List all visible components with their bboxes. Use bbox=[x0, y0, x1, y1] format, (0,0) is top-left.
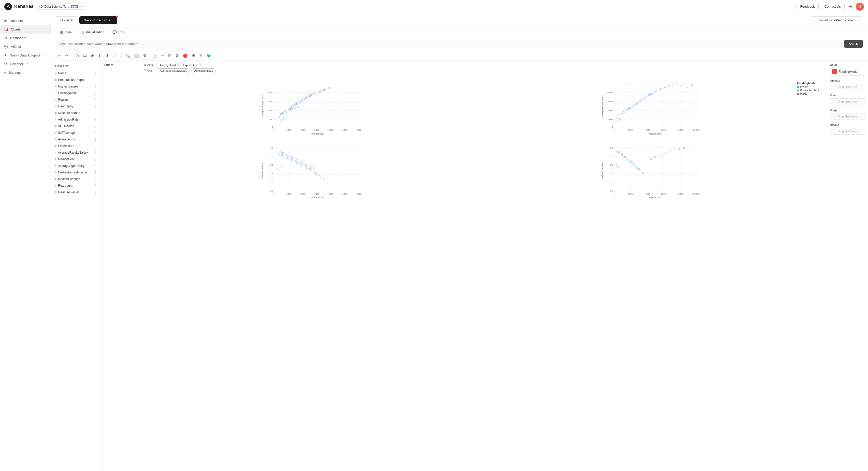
tab-chat[interactable]: 💬 Chat bbox=[108, 28, 129, 37]
field-item[interactable]: #Measure values⋮ bbox=[51, 189, 101, 195]
kanaries-icon-button[interactable]: 🐦 bbox=[205, 53, 213, 59]
field-more-icon[interactable]: ⋮ bbox=[94, 78, 97, 82]
tab-visualization[interactable]: 📊 Visualization bbox=[76, 28, 108, 37]
field-more-icon[interactable]: ⋮ bbox=[94, 124, 97, 128]
x-axis-field-2[interactable]: Expenditure bbox=[180, 63, 201, 67]
field-item[interactable]: ≡Region⋮ bbox=[51, 96, 101, 103]
field-item[interactable]: ≡Measure names⋮ bbox=[51, 109, 101, 116]
svg-point-157 bbox=[298, 160, 299, 162]
color-label: Color bbox=[830, 63, 865, 66]
tab-data[interactable]: ▦ Data bbox=[56, 28, 76, 37]
size-drop-zone[interactable]: Drop Field Here bbox=[830, 98, 865, 105]
field-more-icon[interactable]: ⋮ bbox=[94, 151, 97, 155]
draw-triangle-button[interactable]: △ bbox=[152, 53, 158, 59]
field-item[interactable]: #MedianEarnings⋮ bbox=[51, 176, 101, 182]
field-item[interactable]: #AdmissionRate⋮ bbox=[51, 116, 101, 123]
svg-text:Expenditure: Expenditure bbox=[649, 132, 661, 135]
sidebar-label-devloper: Devloper bbox=[10, 62, 23, 66]
sort-desc-button[interactable]: ⬇ bbox=[104, 53, 111, 59]
sidebar-item-devloper[interactable]: ⚙ Devloper ↗ bbox=[0, 60, 51, 68]
opacity-drop-zone[interactable]: Drop Field Here bbox=[830, 84, 865, 90]
main-layout: ⊞ Datasets 📊 Charts 🗂 Dashboard 💬 AIChat… bbox=[0, 13, 868, 471]
field-more-icon[interactable]: ⋮ bbox=[94, 131, 97, 135]
pencil-button[interactable]: ✏ bbox=[159, 53, 165, 59]
sidebar-item-charts[interactable]: 📊 Charts bbox=[0, 25, 51, 34]
save-chart-button[interactable]: Save Current Chart bbox=[80, 16, 117, 24]
field-item[interactable]: #ACTMedian⋮ bbox=[51, 123, 101, 129]
feedback-button[interactable]: Feedback bbox=[797, 3, 819, 10]
svg-text:0.2: 0.2 bbox=[270, 181, 273, 183]
ask-button[interactable]: Ask ▶ bbox=[844, 40, 863, 48]
join-dataset-button[interactable]: Join with another dataset (β) bbox=[812, 16, 863, 24]
y-axis-field-2[interactable]: AdmissionRate bbox=[191, 68, 216, 73]
pen-button[interactable]: ✎ bbox=[198, 53, 204, 59]
field-item[interactable]: ≡HighestDegree⋮ bbox=[51, 83, 101, 90]
sidebar-item-settings[interactable]: ≡ Settings bbox=[0, 68, 51, 77]
add-button[interactable]: ⊕ bbox=[89, 53, 96, 59]
settings-button[interactable]: ⚙ bbox=[142, 53, 148, 59]
wrench-button[interactable]: ⚙ bbox=[190, 53, 197, 59]
field-more-icon[interactable]: ⋮ bbox=[94, 144, 97, 148]
field-more-icon[interactable]: ⋮ bbox=[94, 137, 97, 142]
chart-bottom-right: 0.0 0.2 0.4 0.6 0.8 1.0 0 20,000 40,000 bbox=[485, 143, 822, 204]
field-item[interactable]: #AverageCost⋮ bbox=[51, 136, 101, 143]
field-item[interactable]: #Row count⋮ bbox=[51, 182, 101, 189]
field-more-icon[interactable]: ⋮ bbox=[94, 157, 97, 161]
undo-button[interactable]: ↩ bbox=[56, 53, 62, 59]
field-more-icon[interactable]: ⋮ bbox=[94, 104, 97, 108]
field-more-icon[interactable]: ⋮ bbox=[94, 170, 97, 175]
field-more-icon[interactable]: ⋮ bbox=[94, 85, 97, 89]
svg-text:0.8: 0.8 bbox=[270, 155, 273, 157]
svg-point-104 bbox=[660, 88, 662, 90]
field-item[interactable]: ≡FundingModel⋮ bbox=[51, 90, 101, 96]
details-drop-zone[interactable]: Drop Field Here bbox=[830, 128, 865, 134]
brush-button[interactable]: 🔴 bbox=[181, 53, 189, 59]
svg-point-159 bbox=[300, 161, 302, 163]
field-item[interactable]: ≡Name⋮ bbox=[51, 70, 101, 76]
field-item[interactable]: #Expenditure⋮ bbox=[51, 143, 101, 149]
x-axis-row: X-Axis AverageCost Expenditure bbox=[144, 63, 823, 67]
workspace-selector[interactable]: KDI Data Science Te... Pro ▼ bbox=[36, 4, 85, 10]
grid-button[interactable]: ⊞ bbox=[167, 53, 173, 59]
field-item[interactable]: #MedianDebt⋮ bbox=[51, 156, 101, 162]
config-button[interactable]: ⚙ bbox=[174, 53, 180, 59]
field-more-icon[interactable]: ⋮ bbox=[94, 111, 97, 115]
mark-button[interactable]: 🏷 bbox=[82, 53, 88, 59]
pro-badge: Pro bbox=[71, 5, 79, 8]
sort-asc-button[interactable]: ⬆ bbox=[97, 53, 103, 59]
field-more-icon[interactable]: ⋮ bbox=[94, 91, 97, 95]
field-item[interactable]: #MedianFamilyIncome⋮ bbox=[51, 169, 101, 176]
field-more-icon[interactable]: ⋮ bbox=[94, 177, 97, 181]
user-avatar[interactable]: U bbox=[856, 3, 864, 11]
theme-toggle-button[interactable]: ☀ bbox=[847, 2, 854, 11]
sidebar-item-aichat[interactable]: 💬 AIChat bbox=[0, 42, 51, 51]
shape-drop-zone[interactable]: Drop Field Here bbox=[830, 113, 865, 120]
contact-us-button[interactable]: Contact Us bbox=[821, 3, 845, 10]
svg-text:10,000: 10,000 bbox=[267, 109, 273, 112]
chart-type-button[interactable]: ⬡ bbox=[74, 53, 81, 59]
export-button[interactable]: 📄 bbox=[112, 53, 119, 59]
svg-point-82 bbox=[616, 117, 617, 119]
field-more-icon[interactable]: ⋮ bbox=[94, 98, 97, 102]
field-item[interactable]: #AverageFacultySalary⋮ bbox=[51, 149, 101, 156]
zoom-in-button[interactable]: 🔍 bbox=[124, 53, 131, 59]
go-back-button[interactable]: Go Back bbox=[56, 16, 78, 24]
redo-button[interactable]: ↪ bbox=[63, 53, 70, 59]
x-axis-field-1[interactable]: AverageCost bbox=[157, 63, 179, 67]
field-more-icon[interactable]: ⋮ bbox=[94, 190, 97, 194]
field-more-icon[interactable]: ⋮ bbox=[94, 184, 97, 188]
field-item[interactable]: #SATAverage⋮ bbox=[51, 129, 101, 136]
field-item[interactable]: #AverageAgeofEntry⋮ bbox=[51, 162, 101, 169]
field-item[interactable]: ≡PredominantDegree⋮ bbox=[51, 76, 101, 83]
sidebar-item-datasets[interactable]: ⊞ Datasets bbox=[0, 16, 51, 25]
fit-view-button[interactable]: ⬜ bbox=[132, 53, 141, 59]
field-more-icon[interactable]: ⋮ bbox=[94, 118, 97, 122]
y-axis-field-1[interactable]: AverageFacultySalary bbox=[157, 68, 190, 73]
visualization-query-input[interactable] bbox=[56, 40, 841, 48]
field-more-icon[interactable]: ⋮ bbox=[94, 71, 97, 75]
sidebar-item-dashboard[interactable]: 🗂 Dashboard bbox=[0, 34, 51, 42]
sidebar-item-rath[interactable]: ✦ Rath - Data Autopilot ↗ bbox=[0, 51, 51, 60]
color-field-chip[interactable]: FundingModel bbox=[830, 68, 865, 75]
field-item[interactable]: ≡Geography⋮ bbox=[51, 103, 101, 109]
field-more-icon[interactable]: ⋮ bbox=[94, 164, 97, 168]
